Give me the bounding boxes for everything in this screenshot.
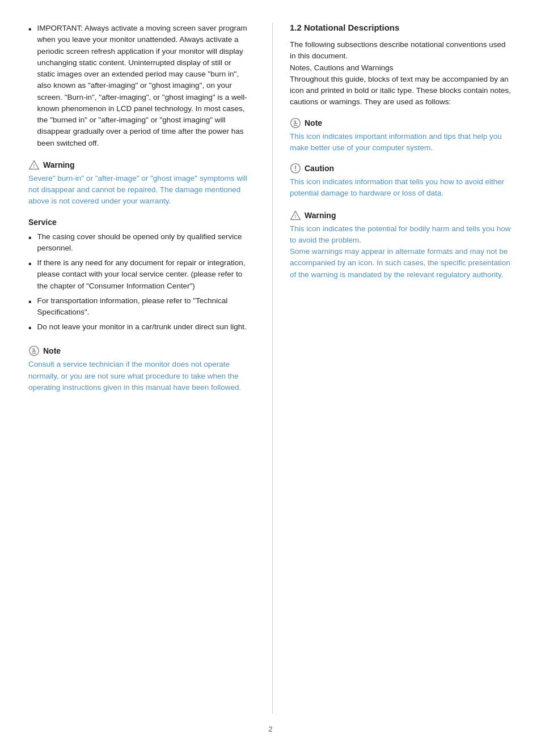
service-text-2: If there is any need for any document fo… (37, 257, 250, 292)
service-text-4: Do not leave your monitor in a car/trunk… (37, 321, 247, 333)
right-note-label: Note (305, 118, 322, 128)
page-number: 2 (28, 725, 513, 733)
important-list: IMPORTANT: Always activate a moving scre… (28, 23, 250, 149)
right-caution-text: This icon indicates information that tel… (290, 176, 513, 199)
service-item-3: For transportation information, please r… (28, 295, 250, 318)
svg-text:!: ! (295, 213, 297, 219)
left-column: IMPORTANT: Always activate a moving scre… (28, 23, 272, 713)
service-item-1: The casing cover should be opened only b… (28, 231, 250, 254)
left-warning-text: Severe" burn-in" or "after-image" or "gh… (28, 173, 250, 207)
caution-icon (290, 163, 301, 174)
right-note-header: Note (290, 117, 513, 129)
service-item-4: Do not leave your monitor in a car/trunk… (28, 321, 250, 335)
svg-text:!: ! (33, 163, 35, 168)
right-section-intro: The following subsections describe notat… (290, 39, 513, 108)
right-warning-block: ! Warning This icon indicates the potent… (290, 210, 513, 281)
left-warning-block: ! Warning Severe" burn-in" or "after-ima… (28, 159, 250, 207)
service-text-1: The casing cover should be opened only b… (37, 231, 250, 254)
important-text: IMPORTANT: Always activate a moving scre… (37, 23, 250, 149)
two-column-layout: IMPORTANT: Always activate a moving scre… (28, 23, 513, 713)
right-warning-label: Warning (305, 211, 336, 220)
service-text-3: For transportation information, please r… (37, 295, 250, 318)
left-warning-header: ! Warning (28, 159, 250, 171)
right-column: 1.2 Notational Descriptions The followin… (272, 23, 513, 713)
page: IMPORTANT: Always activate a moving scre… (0, 0, 541, 756)
right-note-text: This icon indicates important informatio… (290, 131, 513, 154)
note-icon-right (290, 117, 301, 129)
left-note-header: Note (28, 345, 250, 356)
warning-icon: ! (28, 159, 40, 171)
svg-point-13 (295, 170, 296, 171)
important-item: IMPORTANT: Always activate a moving scre… (28, 23, 250, 149)
right-caution-block: Caution This icon indicates information … (290, 163, 513, 199)
right-caution-header: Caution (290, 163, 513, 174)
right-caution-label: Caution (305, 164, 334, 173)
service-title: Service (28, 218, 250, 227)
service-item-2: If there is any need for any document fo… (28, 257, 250, 292)
note-icon-left (28, 345, 40, 356)
warning-icon-right: ! (290, 210, 301, 221)
service-list: The casing cover should be opened only b… (28, 231, 250, 335)
right-warning-text: This icon indicates the potential for bo… (290, 223, 513, 281)
left-note-label: Note (43, 346, 61, 355)
right-warning-header: ! Warning (290, 210, 513, 221)
left-note-block: Note Consult a service technician if the… (28, 345, 250, 393)
left-warning-label: Warning (43, 160, 74, 169)
right-section-title: 1.2 Notational Descriptions (290, 23, 513, 32)
right-note-block: Note This icon indicates important infor… (290, 117, 513, 154)
left-note-text: Consult a service technician if the moni… (28, 359, 250, 393)
